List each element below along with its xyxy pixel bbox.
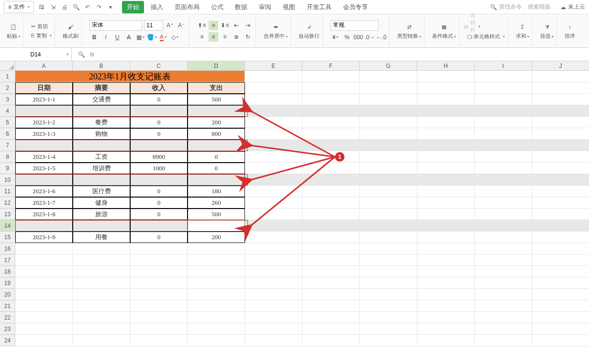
cell[interactable] <box>302 186 360 197</box>
cell[interactable] <box>475 335 532 346</box>
cell[interactable] <box>532 71 589 82</box>
cell[interactable]: 2023-1-9 <box>15 232 73 243</box>
row-header-2[interactable]: 2 <box>0 82 15 94</box>
cell[interactable] <box>188 277 245 289</box>
cell[interactable] <box>417 220 475 232</box>
align-left-icon[interactable]: ≡ <box>197 32 207 42</box>
bold-icon[interactable]: B <box>89 33 99 42</box>
paste-button[interactable]: 📋 粘贴▾ <box>7 22 20 40</box>
italic-icon[interactable]: I <box>101 33 111 42</box>
cell[interactable] <box>532 243 589 254</box>
cell[interactable] <box>475 232 532 243</box>
row-header-22[interactable]: 22 <box>0 312 15 323</box>
cell[interactable] <box>475 82 532 94</box>
cell[interactable] <box>475 140 532 151</box>
cell[interactable] <box>475 186 532 197</box>
row-header-12[interactable]: 12 <box>0 197 15 209</box>
font-family-select[interactable] <box>89 20 142 31</box>
row-header-14[interactable]: 14 <box>0 220 15 232</box>
cell[interactable] <box>130 220 188 232</box>
cell[interactable] <box>73 105 130 117</box>
cell[interactable] <box>245 174 302 186</box>
cell[interactable] <box>15 220 73 232</box>
cell[interactable] <box>188 266 245 277</box>
cell[interactable] <box>245 209 302 220</box>
title-cell[interactable]: 2023年1月收支记账表 <box>15 71 245 82</box>
cell[interactable] <box>360 128 417 140</box>
sort-button[interactable]: ↕ 排序 <box>565 22 575 40</box>
cell[interactable]: 260 <box>188 197 245 209</box>
chevron-down-icon[interactable]: ▾ <box>67 52 68 56</box>
cell[interactable] <box>15 335 73 346</box>
cell[interactable] <box>360 94 417 105</box>
cell[interactable] <box>417 277 475 289</box>
cell[interactable] <box>302 71 360 82</box>
cell[interactable] <box>73 277 130 289</box>
cell[interactable] <box>245 105 302 117</box>
cell[interactable] <box>245 117 302 128</box>
cell[interactable]: 2023-1-4 <box>15 151 73 163</box>
row-header-13[interactable]: 13 <box>0 209 15 220</box>
cell[interactable] <box>532 128 589 140</box>
cell[interactable] <box>302 140 360 151</box>
format-painter-button[interactable]: 🖌 格式刷 <box>63 22 78 40</box>
tab-会员专享[interactable]: 会员专享 <box>338 1 373 13</box>
cell[interactable] <box>532 232 589 243</box>
cell[interactable] <box>245 94 302 105</box>
col-header-F[interactable]: F <box>302 61 360 71</box>
row-header-24[interactable]: 24 <box>0 335 15 346</box>
cell[interactable] <box>532 277 589 289</box>
cell[interactable]: 800 <box>188 128 245 140</box>
cell[interactable] <box>245 335 302 346</box>
cell[interactable] <box>188 323 245 335</box>
cell[interactable] <box>15 323 73 335</box>
cell[interactable] <box>245 128 302 140</box>
cell[interactable]: 1000 <box>130 163 188 174</box>
cell[interactable] <box>532 151 589 163</box>
cell[interactable] <box>417 243 475 254</box>
row-header-5[interactable]: 5 <box>0 117 15 128</box>
cell[interactable] <box>73 335 130 346</box>
row-header-11[interactable]: 11 <box>0 186 15 197</box>
cell[interactable] <box>245 266 302 277</box>
cell[interactable]: 0 <box>130 186 188 197</box>
name-box-input[interactable] <box>12 51 60 58</box>
conditional-format-button[interactable]: ▦ 条件格式▾ <box>432 22 456 40</box>
percent-icon[interactable]: % <box>342 33 352 42</box>
cell[interactable] <box>360 82 417 94</box>
cell[interactable] <box>417 71 475 82</box>
cell[interactable]: 500 <box>188 209 245 220</box>
cell[interactable] <box>475 243 532 254</box>
currency-icon[interactable]: ¥▾ <box>331 33 340 42</box>
cell[interactable] <box>302 128 360 140</box>
row-header-20[interactable]: 20 <box>0 289 15 300</box>
cell[interactable]: 200 <box>188 117 245 128</box>
cell[interactable]: 2023-1-8 <box>15 209 73 220</box>
decrease-decimal-icon[interactable]: ←.0 <box>377 33 386 42</box>
cell[interactable] <box>417 289 475 300</box>
tab-开始[interactable]: 开始 <box>122 1 144 13</box>
cell[interactable]: 0 <box>130 209 188 220</box>
row-header-15[interactable]: 15 <box>0 232 15 243</box>
tab-视图[interactable]: 视图 <box>278 1 300 13</box>
cell[interactable] <box>73 243 130 254</box>
cell[interactable] <box>417 323 475 335</box>
row-header-16[interactable]: 16 <box>0 243 15 254</box>
cell[interactable] <box>417 209 475 220</box>
formula-input[interactable] <box>98 51 584 58</box>
cell[interactable] <box>130 335 188 346</box>
cell[interactable] <box>360 105 417 117</box>
cell[interactable] <box>302 174 360 186</box>
cell[interactable] <box>245 186 302 197</box>
fx-icon[interactable]: fx <box>90 51 94 58</box>
cell[interactable] <box>245 82 302 94</box>
copy-button[interactable]: ⎘复制▾ <box>31 32 52 39</box>
decrease-indent-icon[interactable]: ⇤ <box>232 21 241 30</box>
cell[interactable] <box>15 277 73 289</box>
cell[interactable] <box>360 312 417 323</box>
row-header-17[interactable]: 17 <box>0 254 15 266</box>
cell[interactable] <box>532 254 589 266</box>
cell[interactable] <box>532 300 589 312</box>
cell[interactable] <box>15 140 73 151</box>
cell[interactable] <box>532 117 589 128</box>
